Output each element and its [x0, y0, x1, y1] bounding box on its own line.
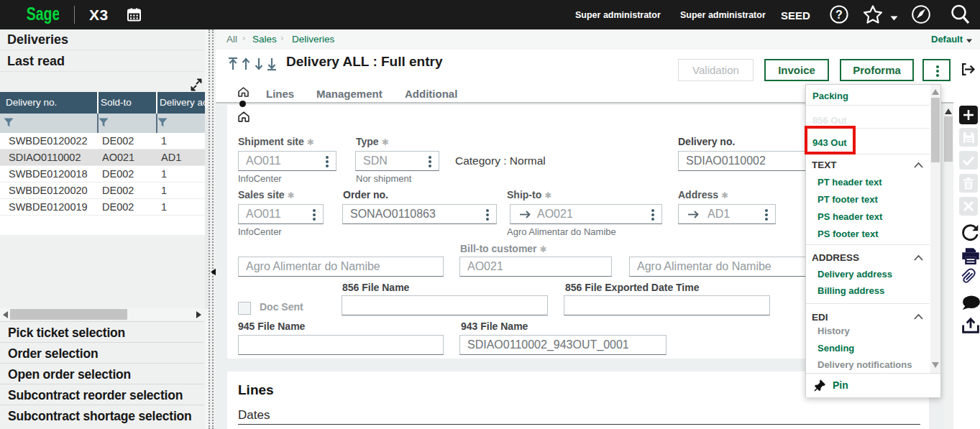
svg-text:?: ? [835, 9, 843, 21]
svg-text:Sage: Sage [27, 3, 59, 24]
